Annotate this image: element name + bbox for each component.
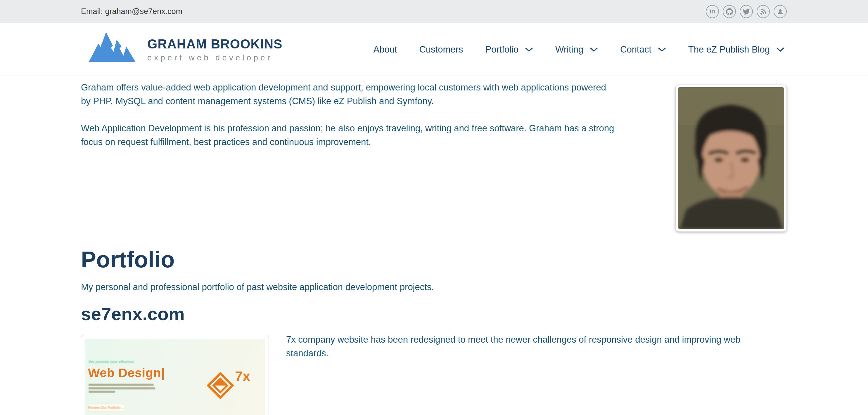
chevron-down-icon	[525, 47, 533, 52]
intro-text: Graham offers value-added web applicatio…	[81, 80, 669, 162]
profile-glyph	[777, 8, 784, 15]
nav-label: The eZ Publish Blog	[688, 44, 770, 55]
nav-label: Customers	[419, 44, 463, 55]
github-icon[interactable]	[723, 5, 736, 18]
logo-subtitle: expert web developer	[147, 54, 282, 63]
email-text: Email: graham@se7enx.com	[81, 0, 182, 23]
project-thumbnail[interactable]: We provide cost effective Web Design| Re…	[81, 335, 269, 415]
nav-item-about[interactable]: About	[373, 44, 397, 55]
thumb-heading: Web Design|	[88, 366, 165, 380]
thumb-tagline: We provide cost effective	[89, 359, 134, 364]
project-title: se7enx.com	[81, 304, 185, 324]
nav-item-ez-publish-blog[interactable]: The eZ Publish Blog	[688, 44, 784, 55]
logo-title: GRAHAM BROOKINS	[147, 37, 282, 51]
portrait-image	[678, 87, 784, 229]
rss-icon[interactable]	[757, 5, 770, 18]
project-description: 7x company website has been redesigned t…	[286, 333, 801, 360]
thumbnail-screenshot: We provide cost effective Web Design| Re…	[85, 339, 265, 415]
portfolio-subtitle: My personal and professional portfolio o…	[81, 282, 434, 292]
page-title: Portfolio	[81, 246, 175, 273]
nav-item-customers[interactable]: Customers	[419, 44, 463, 55]
chevron-down-icon	[658, 47, 666, 52]
logo-mountain-icon	[88, 32, 138, 62]
portrait-photo	[675, 84, 787, 232]
rss-glyph	[760, 8, 767, 15]
thumb-text-line	[89, 384, 154, 386]
social-links: in	[706, 5, 787, 18]
nav-label: Contact	[620, 44, 651, 55]
nav-item-portfolio[interactable]: Portfolio	[485, 44, 533, 55]
main-nav: About Customers Portfolio Writing Contac…	[373, 23, 784, 76]
linkedin-icon[interactable]: in	[706, 5, 719, 18]
nav-label: Portfolio	[485, 44, 519, 55]
twitter-icon[interactable]	[740, 5, 753, 18]
7x-logo-icon	[207, 372, 234, 399]
site-logo[interactable]: GRAHAM BROOKINS expert web developer	[88, 32, 282, 63]
topbar: Email: graham@se7enx.com in	[0, 0, 868, 23]
profile-icon[interactable]	[774, 5, 787, 18]
twitter-glyph	[743, 8, 750, 15]
thumb-text-line	[89, 391, 115, 393]
nav-label: About	[373, 44, 397, 55]
nav-label: Writing	[555, 44, 583, 55]
nav-item-writing[interactable]: Writing	[555, 44, 598, 55]
chevron-down-icon	[776, 47, 784, 52]
linkedin-glyph: in	[710, 8, 715, 14]
logo-text: GRAHAM BROOKINS expert web developer	[147, 32, 282, 63]
site-header: GRAHAM BROOKINS expert web developer Abo…	[0, 23, 868, 76]
thumb-text-lines	[89, 384, 155, 394]
github-glyph	[726, 8, 733, 15]
intro-paragraph-2: Web Application Development is his profe…	[81, 122, 669, 149]
thumb-button: Review Our Portfolio →	[88, 404, 125, 411]
chevron-down-icon	[590, 47, 598, 52]
intro-paragraph-1: Graham offers value-added web applicatio…	[81, 80, 669, 108]
7x-logo-text: 7x	[235, 368, 250, 384]
nav-item-contact[interactable]: Contact	[620, 44, 666, 55]
thumb-text-line	[89, 387, 155, 389]
